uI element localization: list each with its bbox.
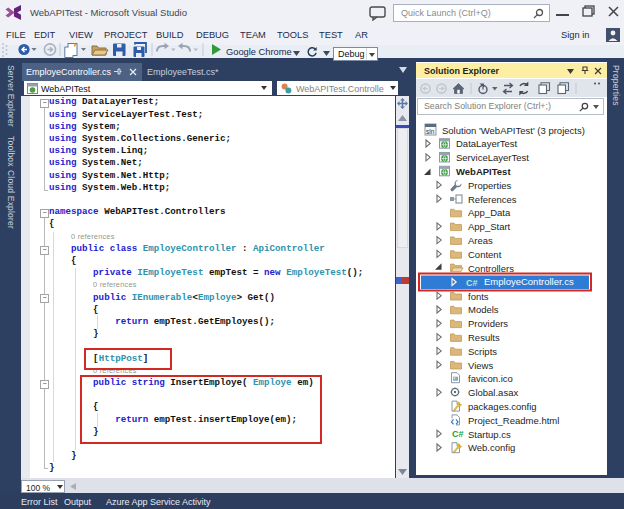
svg-text:References: References <box>468 194 517 205</box>
svg-text:App_Data: App_Data <box>468 207 511 218</box>
svg-text:Solution 'WebAPITest' (3 proje: Solution 'WebAPITest' (3 projects) <box>442 125 585 136</box>
svg-text:Results: Results <box>468 332 500 343</box>
svg-text:Controllers: Controllers <box>468 263 514 274</box>
svg-text:packages.config: packages.config <box>468 401 537 412</box>
svg-text:Providers: Providers <box>468 318 508 329</box>
svg-text:Project_Readme.html: Project_Readme.html <box>468 415 559 426</box>
svg-text:Areas: Areas <box>468 235 493 246</box>
svg-text:App_Start: App_Start <box>468 221 511 232</box>
svg-text:Views: Views <box>468 360 493 371</box>
svg-text:fonts: fonts <box>468 291 489 302</box>
svg-text:EmployeController.cs: EmployeController.cs <box>484 276 574 287</box>
svg-text:Content: Content <box>468 249 502 260</box>
svg-text:C#: C# <box>452 429 464 439</box>
svg-text:favicon.ico: favicon.ico <box>468 373 513 384</box>
svg-text:Models: Models <box>468 304 499 315</box>
svg-text:C#: C# <box>466 278 478 288</box>
svg-text:DataLayerTest: DataLayerTest <box>456 138 518 149</box>
svg-text:Scripts: Scripts <box>468 346 497 357</box>
svg-text:Global.asax: Global.asax <box>468 387 518 398</box>
svg-text:ServiceLayerTest: ServiceLayerTest <box>456 152 529 163</box>
svg-text:Web.config: Web.config <box>468 442 515 453</box>
svg-text:Startup.cs: Startup.cs <box>468 429 511 440</box>
svg-text:WebAPITest: WebAPITest <box>456 166 511 177</box>
svg-text:sln: sln <box>426 128 435 135</box>
svg-text:Properties: Properties <box>468 180 512 191</box>
